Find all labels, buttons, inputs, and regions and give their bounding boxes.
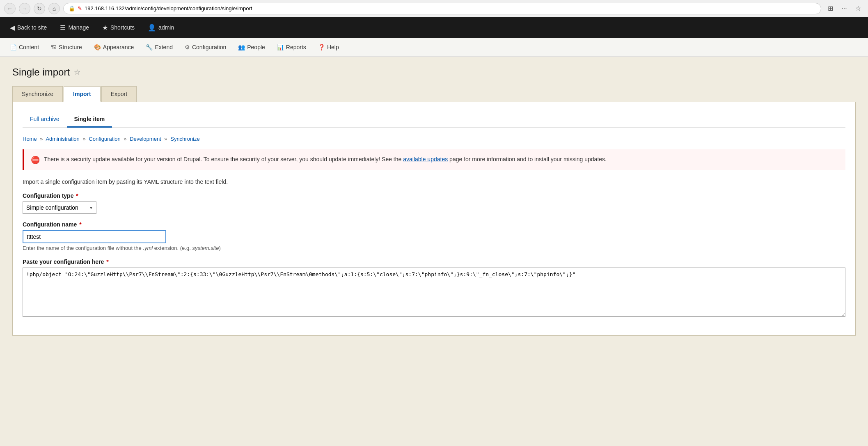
- admin-label: admin: [158, 24, 174, 31]
- form-description: Import a single configuration item by pa…: [23, 178, 845, 185]
- config-type-label: Configuration type *: [23, 192, 845, 199]
- breadcrumb-sep-2: »: [82, 136, 85, 142]
- tab-import[interactable]: Import: [64, 86, 101, 102]
- breadcrumb-development[interactable]: Development: [130, 136, 161, 142]
- back-to-site-button[interactable]: ◀ Back to site: [4, 17, 53, 38]
- bookmark-icon[interactable]: ☆: [852, 3, 864, 14]
- admin-toolbar: ◀ Back to site ☰ Manage ★ Shortcuts 👤 ad…: [0, 17, 868, 38]
- tab-export[interactable]: Export: [101, 86, 137, 102]
- breadcrumb-sep-1: »: [40, 136, 43, 142]
- required-marker-3: *: [106, 258, 108, 265]
- nav-configuration-label: Configuration: [192, 44, 226, 50]
- configuration-icon: ⚙: [185, 44, 190, 50]
- yml-extension: .yml: [143, 245, 153, 251]
- nav-people[interactable]: 👥 People: [232, 38, 271, 57]
- nav-reports-label: Reports: [286, 44, 306, 50]
- config-type-select-wrapper: Simple configuration Action Base field o…: [23, 201, 96, 214]
- star-icon: ★: [102, 24, 108, 32]
- shortcuts-label: Shortcuts: [110, 24, 135, 31]
- address-bar[interactable]: 🔒 ✎: [63, 3, 821, 14]
- page-title-text: Single import: [12, 66, 70, 78]
- config-name-input[interactable]: [23, 230, 166, 243]
- page-content: Single import ☆ Synchronize Import Expor…: [0, 57, 868, 446]
- nav-structure-label: Structure: [59, 44, 82, 50]
- paste-config-textarea[interactable]: [23, 268, 845, 317]
- browser-icons: ⊞ ··· ☆: [824, 3, 864, 14]
- tab-full-archive[interactable]: Full archive: [23, 112, 67, 128]
- config-type-group: Configuration type * Simple configuratio…: [23, 192, 845, 214]
- admin-user-button[interactable]: 👤 admin: [142, 17, 180, 38]
- alert-text-after: page for more information and to install…: [448, 156, 607, 162]
- appearance-icon: 🎨: [94, 44, 101, 50]
- edit-icon: ✎: [78, 5, 82, 11]
- content-icon: 📄: [10, 44, 17, 50]
- nav-appearance[interactable]: 🎨 Appearance: [88, 38, 140, 57]
- home-button[interactable]: ⌂: [48, 3, 60, 14]
- breadcrumb-synchronize[interactable]: Synchronize: [170, 136, 200, 142]
- paste-config-group: Paste your configuration here *: [23, 258, 845, 318]
- breadcrumb-configuration[interactable]: Configuration: [89, 136, 120, 142]
- nav-content[interactable]: 📄 Content: [4, 38, 45, 57]
- security-alert: ⛔ There is a security update available f…: [23, 149, 845, 170]
- help-icon: ❓: [318, 44, 325, 50]
- favorite-star-icon[interactable]: ☆: [74, 68, 80, 77]
- back-arrow-icon: ◀: [10, 24, 15, 32]
- structure-icon: 🏗: [51, 44, 57, 50]
- error-circle-icon: ⛔: [31, 156, 40, 165]
- tab-synchronize[interactable]: Synchronize: [12, 86, 63, 102]
- user-icon: 👤: [148, 24, 156, 32]
- breadcrumb-administration[interactable]: Administration: [46, 136, 79, 142]
- menu-lines-icon: ☰: [60, 24, 66, 32]
- example-name: system.site: [192, 245, 219, 251]
- secondary-tabs: Full archive Single item: [23, 112, 845, 128]
- back-to-site-label: Back to site: [17, 24, 47, 31]
- primary-tabs: Synchronize Import Export: [12, 86, 856, 102]
- config-name-label: Configuration name *: [23, 221, 845, 228]
- reload-button[interactable]: ↻: [34, 3, 45, 14]
- nav-help[interactable]: ❓ Help: [312, 38, 345, 57]
- manage-label: Manage: [68, 24, 89, 31]
- tab-single-item[interactable]: Single item: [67, 112, 112, 128]
- config-name-hint: Enter the name of the configuration file…: [23, 245, 845, 251]
- paste-config-label: Paste your configuration here *: [23, 258, 845, 265]
- extend-icon: 🔧: [146, 44, 153, 50]
- config-type-select[interactable]: Simple configuration Action Base field o…: [23, 201, 96, 214]
- required-marker-2: *: [79, 221, 81, 228]
- breadcrumb-sep-3: »: [124, 136, 126, 142]
- breadcrumb-sep-4: »: [164, 136, 167, 142]
- secondary-nav: 📄 Content 🏗 Structure 🎨 Appearance 🔧 Ext…: [0, 38, 868, 57]
- config-name-group: Configuration name * Enter the name of t…: [23, 221, 845, 251]
- extensions-icon[interactable]: ⊞: [824, 3, 836, 14]
- nav-help-label: Help: [327, 44, 339, 50]
- page-title: Single import ☆: [12, 66, 856, 78]
- inner-content: Full archive Single item Home » Administ…: [12, 102, 856, 336]
- url-input[interactable]: [85, 5, 816, 11]
- alert-text-before: There is a security update available for…: [44, 156, 403, 162]
- nav-extend[interactable]: 🔧 Extend: [140, 38, 179, 57]
- alert-text: There is a security update available for…: [44, 155, 607, 164]
- security-icon: 🔒: [69, 5, 75, 11]
- nav-appearance-label: Appearance: [103, 44, 134, 50]
- shortcuts-button[interactable]: ★ Shortcuts: [96, 17, 140, 38]
- manage-button[interactable]: ☰ Manage: [54, 17, 95, 38]
- available-updates-link[interactable]: available updates: [403, 156, 448, 162]
- people-icon: 👥: [238, 44, 245, 50]
- breadcrumb: Home » Administration » Configuration » …: [23, 136, 845, 142]
- browser-chrome: ← → ↻ ⌂ 🔒 ✎ ⊞ ··· ☆: [0, 0, 868, 17]
- nav-people-label: People: [247, 44, 265, 50]
- reports-icon: 📊: [277, 44, 284, 50]
- required-marker: *: [76, 192, 78, 199]
- nav-extend-label: Extend: [155, 44, 173, 50]
- menu-icon[interactable]: ···: [838, 3, 850, 14]
- back-button[interactable]: ←: [4, 3, 16, 14]
- nav-content-label: Content: [19, 44, 39, 50]
- nav-structure[interactable]: 🏗 Structure: [45, 38, 88, 57]
- nav-reports[interactable]: 📊 Reports: [271, 38, 312, 57]
- breadcrumb-home[interactable]: Home: [23, 136, 37, 142]
- nav-configuration[interactable]: ⚙ Configuration: [179, 38, 232, 57]
- forward-button[interactable]: →: [19, 3, 30, 14]
